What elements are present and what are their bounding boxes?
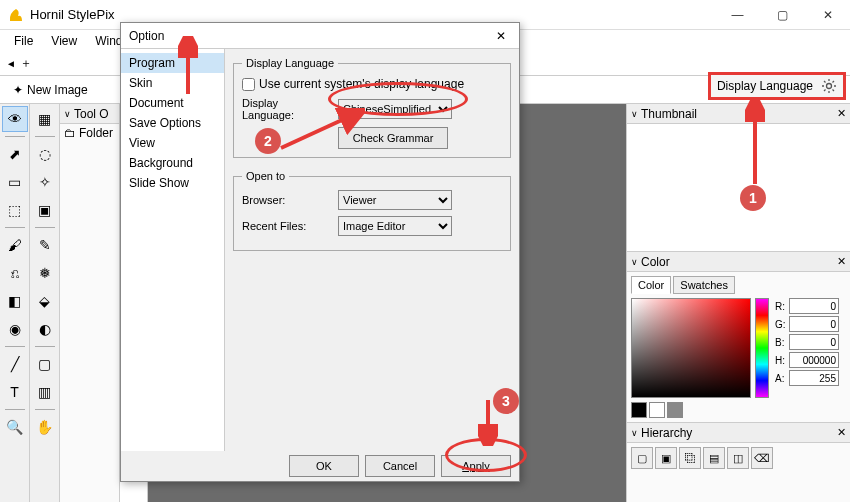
browser-label: Browser: bbox=[242, 194, 332, 206]
a-input[interactable] bbox=[789, 370, 839, 386]
annotation-badge-1: 1 bbox=[740, 185, 766, 211]
plus-icon[interactable]: ＋ bbox=[20, 55, 32, 72]
g-input[interactable] bbox=[789, 316, 839, 332]
redeye-tool[interactable]: ◉ bbox=[2, 316, 28, 342]
hierarchy-btn-6[interactable]: ⌫ bbox=[751, 447, 773, 469]
bucket-tool[interactable]: ⬙ bbox=[32, 288, 58, 314]
move-tool[interactable]: ▣ bbox=[32, 197, 58, 223]
recent-files-select[interactable]: Image Editor bbox=[338, 216, 452, 236]
display-language-select[interactable]: ChineseSimplified bbox=[338, 99, 452, 119]
color-tab-swatches[interactable]: Swatches bbox=[673, 276, 735, 294]
dialog-sidebar: Program Skin Document Save Options View … bbox=[121, 49, 225, 451]
hierarchy-btn-5[interactable]: ◫ bbox=[727, 447, 749, 469]
pointer-tool[interactable]: ⬈ bbox=[2, 141, 28, 167]
new-image-button[interactable]: ✦ New Image bbox=[6, 80, 95, 100]
thumbnail-close-icon[interactable]: ✕ bbox=[837, 107, 846, 120]
swatch-black[interactable] bbox=[631, 402, 647, 418]
dialog-footer: OK Cancel Apply bbox=[121, 451, 519, 481]
thumbnail-body bbox=[627, 124, 850, 252]
recent-files-label: Recent Files: bbox=[242, 220, 332, 232]
use-system-language-label: Use current system's display language bbox=[259, 77, 464, 91]
tool-column-b: ▦ ◌ ✧ ▣ ✎ ❅ ⬙ ◐ ▢ ▥ ✋ bbox=[30, 104, 60, 502]
menu-view[interactable]: View bbox=[43, 32, 85, 50]
clone-tool[interactable]: ⎌ bbox=[2, 260, 28, 286]
gear-icon[interactable] bbox=[821, 78, 837, 94]
text-tool[interactable]: T bbox=[2, 379, 28, 405]
svg-line-7 bbox=[824, 90, 826, 92]
hierarchy-btn-4[interactable]: ▤ bbox=[703, 447, 725, 469]
color-tab-color[interactable]: Color bbox=[631, 276, 671, 294]
dialog-main: Display Language Use current system's di… bbox=[225, 49, 519, 451]
sidebar-item-background[interactable]: Background bbox=[121, 153, 224, 173]
tool-options-panel: ∨Tool O 🗀 Folder bbox=[60, 104, 120, 502]
annotation-badge-3: 3 bbox=[493, 388, 519, 414]
blur-tool[interactable]: ◐ bbox=[32, 316, 58, 342]
hierarchy-btn-2[interactable]: ▣ bbox=[655, 447, 677, 469]
dialog-close-button[interactable]: ✕ bbox=[491, 26, 511, 46]
sidebar-item-view[interactable]: View bbox=[121, 133, 224, 153]
folder-row[interactable]: 🗀 Folder bbox=[60, 124, 119, 142]
grid-tool[interactable]: ▦ bbox=[32, 106, 58, 132]
new-image-label: New Image bbox=[27, 83, 88, 97]
tool-options-header: ∨Tool O bbox=[60, 104, 119, 124]
option-dialog: Option ✕ Program Skin Document Save Opti… bbox=[120, 22, 520, 482]
brush-tool[interactable]: 🖌 bbox=[2, 232, 28, 258]
display-language-label: Display Language bbox=[717, 79, 813, 93]
gradient-tool[interactable]: ▥ bbox=[32, 379, 58, 405]
hue-slider[interactable] bbox=[755, 298, 769, 398]
r-input[interactable] bbox=[789, 298, 839, 314]
lasso-tool[interactable]: ◌ bbox=[32, 141, 58, 167]
display-language-field-label: Display Language: bbox=[242, 97, 332, 121]
cancel-button[interactable]: Cancel bbox=[365, 455, 435, 477]
svg-point-0 bbox=[827, 84, 832, 89]
wand-tool[interactable]: ✧ bbox=[32, 169, 58, 195]
shape-tool[interactable]: ▢ bbox=[32, 351, 58, 377]
hierarchy-header: ∨Hierarchy✕ bbox=[627, 423, 850, 443]
folder-icon: 🗀 bbox=[64, 126, 76, 140]
marquee-tool[interactable]: ▭ bbox=[2, 169, 28, 195]
svg-line-6 bbox=[833, 90, 835, 92]
app-logo-icon bbox=[8, 7, 24, 23]
hierarchy-close-icon[interactable]: ✕ bbox=[837, 426, 846, 439]
window-maximize-button[interactable]: ▢ bbox=[760, 1, 805, 29]
color-gradient-picker[interactable] bbox=[631, 298, 751, 398]
hierarchy-body: ▢ ▣ ⿻ ▤ ◫ ⌫ bbox=[627, 443, 850, 473]
swatch-gray[interactable] bbox=[667, 402, 683, 418]
b-input[interactable] bbox=[789, 334, 839, 350]
menu-file[interactable]: File bbox=[6, 32, 41, 50]
ok-button[interactable]: OK bbox=[289, 455, 359, 477]
color-body: Color Swatches R: G: B: H: A: bbox=[627, 272, 850, 423]
check-grammar-button[interactable]: Check Grammar bbox=[338, 127, 448, 149]
apply-button[interactable]: Apply bbox=[441, 455, 511, 477]
use-system-language-checkbox[interactable] bbox=[242, 78, 255, 91]
folder-label: Folder bbox=[79, 126, 113, 140]
new-image-icon: ✦ bbox=[13, 83, 23, 97]
eraser-tool[interactable]: ◧ bbox=[2, 288, 28, 314]
display-language-callout[interactable]: Display Language bbox=[708, 72, 846, 100]
svg-line-5 bbox=[824, 81, 826, 83]
hex-input[interactable] bbox=[789, 352, 839, 368]
back-icon[interactable]: ◄ bbox=[6, 58, 16, 69]
sidebar-item-slide-show[interactable]: Slide Show bbox=[121, 173, 224, 193]
sidebar-item-document[interactable]: Document bbox=[121, 93, 224, 113]
window-close-button[interactable]: ✕ bbox=[805, 1, 850, 29]
sidebar-item-save-options[interactable]: Save Options bbox=[121, 113, 224, 133]
pencil-tool[interactable]: ✎ bbox=[32, 232, 58, 258]
hierarchy-btn-3[interactable]: ⿻ bbox=[679, 447, 701, 469]
crop-tool[interactable]: ⬚ bbox=[2, 197, 28, 223]
line-tool[interactable]: ╱ bbox=[2, 351, 28, 377]
annotation-badge-2: 2 bbox=[255, 128, 281, 154]
color-close-icon[interactable]: ✕ bbox=[837, 255, 846, 268]
window-minimize-button[interactable]: — bbox=[715, 1, 760, 29]
swatch-white[interactable] bbox=[649, 402, 665, 418]
hierarchy-btn-1[interactable]: ▢ bbox=[631, 447, 653, 469]
open-to-group: Open to Browser: Viewer Recent Files: Im… bbox=[233, 170, 511, 251]
window-title: Hornil StylePix bbox=[30, 7, 715, 22]
zoom-tool[interactable]: 🔍 bbox=[2, 414, 28, 440]
hand-tool[interactable]: ✋ bbox=[32, 414, 58, 440]
browser-select[interactable]: Viewer bbox=[338, 190, 452, 210]
sidebar-item-skin[interactable]: Skin bbox=[121, 73, 224, 93]
spray-tool[interactable]: ❅ bbox=[32, 260, 58, 286]
eye-tool[interactable]: 👁 bbox=[2, 106, 28, 132]
sidebar-item-program[interactable]: Program bbox=[121, 53, 224, 73]
